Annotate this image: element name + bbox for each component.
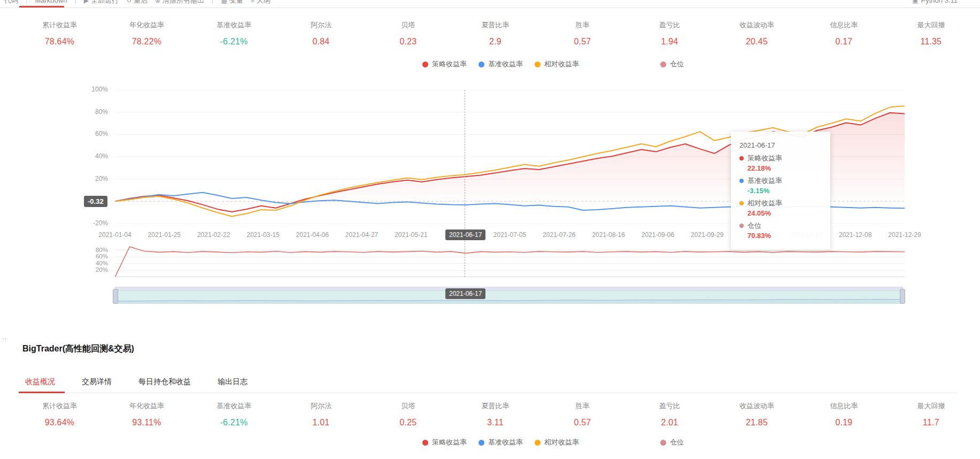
notebook-toolbar: 代码|Markdown|▶全部运行↻重启⊗清除所有输出|▦变量≡大纲▣Pytho… <box>0 0 980 8</box>
tooltip-rows: 策略收益率22.18%基准收益率-3.15%相对收益率24.05%仓位70.83… <box>739 154 822 240</box>
position-y-tick-label: 20% <box>64 266 108 273</box>
metric-label: 最大回撤 <box>888 401 975 411</box>
x-tick-label: 2021-09-06 <box>634 231 682 239</box>
toolbar-item-0[interactable]: 代码 <box>4 0 18 6</box>
tab-3[interactable]: 输出日志 <box>218 376 248 387</box>
metric-cell: 收益波动率20.45 <box>713 20 800 47</box>
metric-cell: 盈亏比2.01 <box>626 401 713 427</box>
metric-label: 基准收益率 <box>190 20 277 30</box>
y-tick-label: 60% <box>64 130 108 137</box>
toolbar-item-label: 代码 <box>4 0 18 6</box>
kernel-indicator[interactable]: ▣Python 3.11 <box>912 0 958 6</box>
variables-icon: ▦ <box>221 0 227 6</box>
position-y-tick-label: 60% <box>64 253 108 259</box>
tooltip-series-dot <box>739 224 744 228</box>
tooltip-series-block: 基准收益率-3.15% <box>739 176 822 195</box>
metric-label: 盈亏比 <box>626 401 713 411</box>
tooltip-series-dot <box>739 179 744 183</box>
datazoom-track[interactable] <box>115 287 903 290</box>
x-tick-label: 2021-01-25 <box>140 231 188 239</box>
metric-label: 阿尔法 <box>277 20 365 30</box>
datazoom-pointer-label: 2021-06-17 <box>445 288 485 299</box>
x-tick-label: 2021-08-16 <box>584 231 632 239</box>
metric-label: 信息比率 <box>800 20 888 30</box>
metric-value: 11.7 <box>888 418 975 427</box>
toolbar-item-9[interactable]: ≡大纲 <box>251 0 271 6</box>
toolbar-item-6[interactable]: ⊗清除所有输出 <box>155 0 204 6</box>
toolbar-item-2[interactable]: Markdown <box>35 0 67 6</box>
toolbar-items: 代码|Markdown|▶全部运行↻重启⊗清除所有输出|▦变量≡大纲▣Pytho… <box>0 0 980 6</box>
metric-cell: 胜率0.57 <box>539 401 626 427</box>
legend-item-position[interactable]: 仓位 <box>660 59 684 69</box>
metric-value: 0.25 <box>365 418 452 427</box>
position-y-tick-label: 80% <box>64 247 108 253</box>
metric-label: 阿尔法 <box>277 401 365 411</box>
toolbar-item-label: Markdown <box>35 0 67 6</box>
tab-2[interactable]: 每日持仓和收益 <box>138 376 191 387</box>
toolbar-separator: | <box>212 0 213 6</box>
toolbar-item-5[interactable]: ↻重启 <box>126 0 148 6</box>
legend-label: 相对收益率 <box>544 59 579 69</box>
chart-legend-top: 策略收益率基准收益率相对收益率仓位 <box>422 60 684 68</box>
x-tick-label: 2021-12-29 <box>881 231 929 239</box>
tooltip-series-value: 22.18% <box>747 164 822 172</box>
legend-item[interactable]: 相对收益率 <box>535 59 579 69</box>
x-tick-label: 2021-07-05 <box>486 231 534 239</box>
legend-item[interactable]: 相对收益率 <box>535 438 579 447</box>
metric-cell: 胜率0.57 <box>539 20 626 47</box>
tooltip-series-block: 仓位70.83% <box>739 221 822 240</box>
datazoom-window[interactable] <box>115 290 903 304</box>
tooltip-series-name-row: 策略收益率 <box>739 154 822 163</box>
metric-label: 基准收益率 <box>190 401 277 411</box>
toolbar-item-label: 重启 <box>134 0 148 6</box>
tab-1[interactable]: 交易详情 <box>82 376 112 387</box>
metric-value: -6.21% <box>190 418 277 427</box>
metric-cell: 阿尔法1.01 <box>277 401 365 427</box>
tooltip-series-name: 策略收益率 <box>747 154 782 163</box>
tabs-divider <box>19 393 957 393</box>
legend-item[interactable]: 基准收益率 <box>479 438 523 447</box>
x-tick-label: 2021-12-08 <box>831 231 879 239</box>
datazoom-slider[interactable] <box>115 287 903 304</box>
metric-label: 盈亏比 <box>626 20 713 30</box>
toolbar-item-4[interactable]: ▶全部运行 <box>84 0 119 6</box>
tooltip-series-name: 仓位 <box>747 221 761 230</box>
metric-cell: 阿尔法0.84 <box>277 20 365 47</box>
metric-cell: 信息比率0.17 <box>800 20 888 47</box>
section-title: BigTrader(高性能回测&交易) <box>22 343 134 355</box>
legend-dot <box>479 62 484 67</box>
legend-item-position[interactable]: 仓位 <box>660 438 684 447</box>
datazoom-handle-right[interactable] <box>900 289 905 304</box>
metric-value: 0.84 <box>277 37 365 47</box>
metric-value: 0.57 <box>539 418 626 427</box>
legend-item[interactable]: 策略收益率 <box>422 59 467 69</box>
metric-label: 胜率 <box>539 401 626 411</box>
metric-label: 年化收益率 <box>103 20 190 30</box>
y-axis-pointer-label: -0.32 <box>84 196 107 207</box>
metric-label: 最大回撤 <box>888 20 975 30</box>
legend-item[interactable]: 策略收益率 <box>422 438 467 447</box>
tooltip-series-dot <box>739 201 744 205</box>
metric-value: 78.64% <box>16 37 103 47</box>
x-tick-label: 2021-03-15 <box>239 231 287 239</box>
toolbar-item-8[interactable]: ▦变量 <box>221 0 243 6</box>
result-tabs: 收益概况交易详情每日持仓和收益输出日志 <box>25 376 248 387</box>
position-y-tick-label: 40% <box>64 260 108 266</box>
chart-legend-bottom: 策略收益率基准收益率相对收益率仓位 <box>422 439 684 446</box>
tooltip-series-value: 70.83% <box>747 232 822 240</box>
metric-cell: 累计收益率93.64% <box>16 401 103 427</box>
datazoom-handle-left[interactable] <box>113 289 118 304</box>
metric-cell: 夏普比率2.9 <box>452 20 539 47</box>
tooltip-series-name: 基准收益率 <box>747 176 782 185</box>
legend-label: 基准收益率 <box>488 438 523 447</box>
tooltip-series-name-row: 仓位 <box>739 221 822 230</box>
run-all-icon: ▶ <box>84 0 89 6</box>
toolbar-separator: | <box>26 0 27 6</box>
collapsed-cell-indicator[interactable]: .. <box>2 333 7 341</box>
metric-cell: 盈亏比1.94 <box>626 20 713 47</box>
legend-item[interactable]: 基准收益率 <box>479 59 523 69</box>
metric-cell: 累计收益率78.64% <box>16 20 103 47</box>
metric-value: 0.23 <box>365 37 452 47</box>
legend-label: 仓位 <box>670 59 684 69</box>
tab-0[interactable]: 收益概况 <box>25 376 55 387</box>
